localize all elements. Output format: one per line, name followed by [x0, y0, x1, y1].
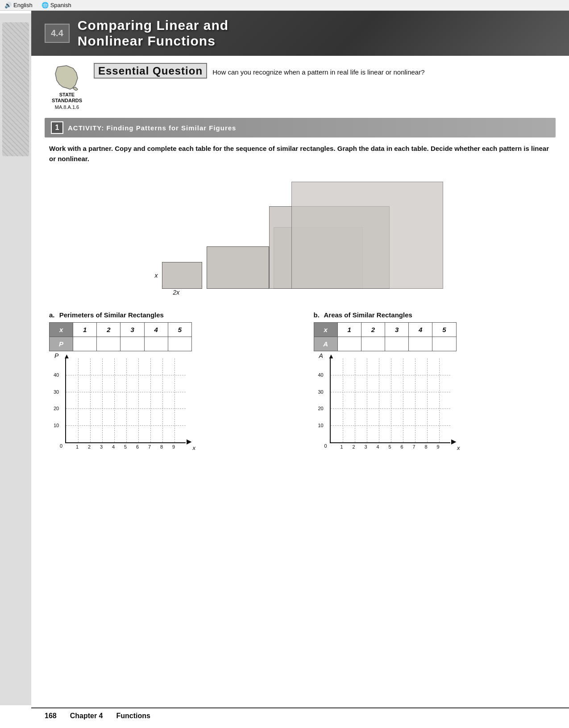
xtick-4: 4: [112, 444, 115, 449]
grid-v-7: [150, 358, 151, 442]
footer-page-number: 168: [45, 712, 57, 720]
ytick-30: 30: [54, 389, 59, 395]
grid-v-4: [114, 358, 115, 442]
instructions-text: Work with a partner. Copy and complete e…: [45, 144, 556, 164]
col-header-x-a: x: [50, 323, 73, 337]
grid-bh-10: [331, 425, 450, 426]
table-b: x 1 2 3 4 5 A: [314, 322, 457, 351]
ytick-0: 0: [60, 443, 62, 449]
val-p-4: [144, 337, 168, 351]
col-header-x-b: x: [314, 323, 337, 337]
left-sidebar: [0, 13, 31, 705]
bytick-10: 10: [318, 423, 324, 428]
bytick-40: 40: [318, 372, 324, 378]
graph-a-y-label: P: [54, 352, 58, 359]
standards-section: STATE STANDARDS MA.8.A.1.6 Essential Que…: [45, 65, 556, 110]
rectangles-illustration: x 2x: [149, 173, 452, 302]
arrow-up-b: ▲: [328, 352, 335, 360]
val-a-2: [361, 337, 385, 351]
standards-code: MA.8.A.1.6: [49, 104, 85, 110]
spanish-icon: 🌐: [42, 2, 49, 8]
col-4-a: 4: [144, 323, 168, 337]
grid-v-3: [102, 358, 103, 442]
graph-a-x-label: x: [193, 445, 196, 451]
table-a-data-row: P: [50, 337, 192, 351]
graph-b-x-label: x: [457, 445, 460, 451]
col-5-b: 5: [432, 323, 456, 337]
arrow-up-a: ▲: [63, 352, 70, 360]
essential-question-block: Essential Question How can you recognize…: [94, 65, 556, 80]
state-standards-icon: STATE STANDARDS MA.8.A.1.6: [49, 65, 85, 110]
graph-b: ▲ ▶ A x 40 30 20 10 0: [330, 358, 450, 443]
english-label: English: [13, 2, 33, 8]
val-a-5: [432, 337, 456, 351]
ytick-20: 20: [54, 406, 59, 411]
table-a-title: Perimeters of Similar Rectangles: [59, 311, 164, 319]
florida-map-icon: [53, 65, 81, 91]
table-b-letter: b.: [314, 311, 320, 319]
grid-v-8: [162, 358, 163, 442]
graph-b-container: ▲ ▶ A x 40 30 20 10 0: [314, 358, 552, 443]
x-label: x: [155, 272, 158, 279]
arrow-right-b: ▶: [451, 437, 457, 445]
row-header-p: P: [50, 337, 73, 351]
xtick-5: 5: [124, 444, 127, 449]
chapter-header: 4.4 Comparing Linear and Nonlinear Funct…: [31, 11, 569, 56]
eq-title-container: Essential Question How can you recognize…: [94, 65, 556, 77]
table-b-title: Areas of Similar Rectangles: [324, 311, 412, 319]
table-a-letter: a.: [49, 311, 55, 319]
activity-header: 1 ACTIVITY: Finding Patterns for Similar…: [45, 118, 556, 137]
activity-number: 1: [51, 121, 63, 134]
val-a-3: [385, 337, 408, 351]
rect-5: [291, 182, 443, 289]
val-p-5: [168, 337, 191, 351]
col-1-a: 1: [73, 323, 97, 337]
grid-bh-20: [331, 408, 450, 409]
tables-section: a. Perimeters of Similar Rectangles x 1 …: [45, 311, 556, 443]
table-b-data-row: A: [314, 337, 456, 351]
col-1-b: 1: [337, 323, 361, 337]
english-icon: 🔊: [4, 2, 12, 8]
col-2-b: 2: [361, 323, 385, 337]
title-line2: Nonlinear Functions: [78, 33, 228, 49]
table-b-header-row: x 1 2 3 4 5: [314, 323, 456, 337]
table-a-header-row: x 1 2 3 4 5: [50, 323, 192, 337]
table-b-block: b. Areas of Similar Rectangles x 1 2 3 4…: [314, 311, 552, 443]
col-5-a: 5: [168, 323, 191, 337]
grid-v-2: [90, 358, 91, 442]
table-a-label: a. Perimeters of Similar Rectangles: [49, 311, 287, 319]
chapter-title: Comparing Linear and Nonlinear Functions: [78, 18, 228, 49]
xtick-7: 7: [148, 444, 151, 449]
spanish-button[interactable]: 🌐 Spanish: [42, 2, 71, 8]
val-p-2: [97, 337, 120, 351]
bytick-30: 30: [318, 389, 324, 395]
xtick-9: 9: [172, 444, 175, 449]
col-3-b: 3: [385, 323, 408, 337]
sidebar-decoration: [2, 22, 29, 156]
col-3-a: 3: [120, 323, 144, 337]
essential-question-title: Essential Question: [94, 63, 207, 79]
xtick-3: 3: [100, 444, 103, 449]
val-a-4: [409, 337, 432, 351]
main-content: STATE STANDARDS MA.8.A.1.6 Essential Que…: [31, 65, 569, 470]
rect-2: [207, 246, 269, 289]
val-p-1: [73, 337, 97, 351]
graph-a-container: ▲ ▶ P x 40 30 20 10 0: [49, 358, 287, 443]
grid-h-10: [66, 425, 186, 426]
state-label: STATE STANDARDS: [49, 92, 85, 104]
grid-v-1: [78, 358, 79, 442]
grid-h-40: [66, 375, 186, 375]
row-header-a: A: [314, 337, 337, 351]
section-number: 4.4: [45, 24, 70, 43]
page-footer: 168 Chapter 4 Functions: [31, 707, 569, 724]
xtick-2: 2: [88, 444, 91, 449]
grid-bh-30: [331, 392, 450, 392]
activity-title: ACTIVITY: Finding Patterns for Similar F…: [68, 124, 236, 132]
english-button[interactable]: 🔊 English: [4, 2, 33, 8]
table-a: x 1 2 3 4 5 P: [49, 322, 192, 351]
grid-v-5: [126, 358, 127, 442]
graph-a: ▲ ▶ P x 40 30 20 10 0: [65, 358, 186, 443]
svg-marker-1: [73, 87, 78, 91]
grid-bh-40: [331, 375, 450, 375]
bytick-20: 20: [318, 406, 324, 411]
